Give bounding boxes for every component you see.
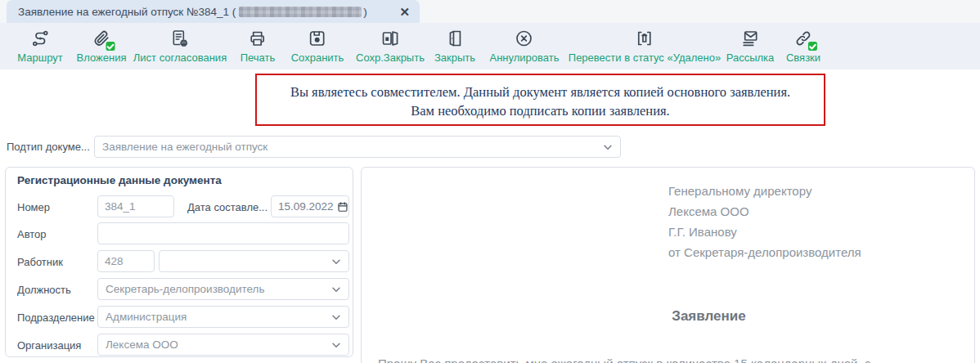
chevron-down-icon (330, 339, 342, 351)
links-button[interactable]: Связки (786, 28, 820, 64)
tab-close-icon[interactable]: ✕ (399, 6, 410, 18)
paperclip-icon (91, 28, 112, 49)
annul-button[interactable]: Аннулировать (490, 28, 560, 64)
toolbar-label: Рассылка (726, 52, 775, 64)
author-input[interactable] (97, 222, 349, 244)
date-value: 15.09.2022 (278, 200, 334, 213)
door-icon (444, 28, 465, 49)
chevron-down-icon (602, 141, 614, 153)
department-label: Подразделение (17, 311, 99, 324)
attachments-button[interactable]: Вложения (77, 28, 127, 64)
chevron-down-icon (330, 284, 342, 295)
route-button[interactable]: Маршрут (17, 28, 62, 64)
author-label: Автор (17, 228, 99, 240)
tab-title-suffix: ) (363, 6, 367, 18)
warning-banner: Вы являетесь совместителем. Данный докум… (255, 74, 825, 126)
toolbar-label: Перевести в статус «Удалено» (569, 52, 721, 64)
position-select[interactable]: Секретарь-делопроизводитель (97, 278, 349, 300)
recipient-block: Генеральному директору Лексема ООО Г.Г. … (668, 181, 861, 262)
save-icon (307, 28, 328, 49)
printer-icon (247, 28, 268, 49)
subtype-label: Подтип докуме... (7, 141, 90, 153)
check-badge-icon (808, 42, 817, 51)
department-value: Администрация (106, 311, 326, 323)
save-close-button[interactable]: Сохр.Закрыть (356, 28, 425, 64)
approval-sheet-button[interactable]: Лист согласования (133, 28, 227, 64)
cancel-circle-icon (514, 28, 535, 49)
document-tab[interactable]: Заявление на ежегодный отпуск №384_1 ( )… (7, 0, 420, 23)
organization-select[interactable]: Лексема ООО (97, 334, 349, 356)
employee-select[interactable] (159, 250, 349, 272)
route-icon (29, 28, 51, 49)
position-label: Должность (17, 284, 99, 296)
check-badge-icon (106, 42, 115, 51)
chevron-down-icon (330, 256, 342, 267)
employee-label: Работник (17, 256, 99, 268)
document-preview-panel: Генеральному директору Лексема ООО Г.Г. … (361, 167, 975, 363)
date-input[interactable]: 15.09.2022 (271, 195, 349, 217)
print-button[interactable]: Печать (241, 28, 276, 64)
document-body-line: Прошу Вас предоставить мне ежегодный отп… (378, 356, 975, 363)
calendar-icon[interactable] (337, 201, 348, 213)
redacted-text (239, 7, 362, 17)
mail-icon (739, 28, 761, 49)
toolbar-label: Печать (241, 52, 276, 64)
trash-brackets-icon (634, 28, 655, 49)
toolbar-label: Сохр.Закрыть (356, 52, 425, 64)
warning-line-1: Вы являетесь совместителем. Данный докум… (257, 83, 824, 101)
registration-panel: Регистрационные данные документа Номер Д… (5, 167, 353, 357)
toolbar-label: Маршрут (17, 52, 62, 64)
employee-code-input[interactable] (97, 250, 155, 272)
number-label: Номер (17, 201, 99, 213)
document-heading: Заявление (362, 308, 974, 325)
subtype-value: Заявление на ежегодный отпуск (102, 141, 597, 153)
date-label: Дата составле... (187, 201, 269, 213)
toolbar: Маршрут Вложения (0, 23, 980, 69)
link-icon (793, 28, 814, 49)
save-button[interactable]: Сохранить (291, 28, 344, 64)
department-select[interactable]: Администрация (97, 306, 349, 328)
position-value: Секретарь-делопроизводитель (106, 283, 326, 295)
save-close-icon (380, 28, 401, 49)
approval-sheet-icon (169, 28, 191, 49)
registration-panel-title: Регистрационные данные документа (17, 174, 222, 186)
organization-label: Организация (17, 339, 99, 352)
toolbar-label: Лист согласования (133, 52, 227, 64)
toolbar-label: Закрыть (434, 52, 475, 64)
move-to-deleted-button[interactable]: Перевести в статус «Удалено» (569, 28, 721, 64)
recipient-line: от Секретаря-делопроизводителя (668, 242, 861, 262)
recipient-line: Г.Г. Иванову (668, 222, 861, 242)
warning-line-2: Вам необходимо подписать копии заявления… (257, 101, 824, 120)
number-input[interactable] (97, 195, 174, 217)
tab-title: Заявление на ежегодный отпуск №384_1 ( (18, 6, 236, 18)
recipient-line: Лексема ООО (668, 201, 861, 222)
toolbar-label: Сохранить (291, 52, 344, 64)
organization-value: Лексема ООО (106, 338, 326, 351)
subtype-select[interactable]: Заявление на ежегодный отпуск (94, 136, 621, 158)
mailing-button[interactable]: Рассылка (726, 28, 775, 64)
app-window: Заявление на ежегодный отпуск №384_1 ( )… (0, 0, 980, 363)
recipient-line: Генеральному директору (668, 181, 861, 201)
tab-bar: Заявление на ежегодный отпуск №384_1 ( )… (0, 0, 980, 23)
toolbar-label: Вложения (77, 52, 127, 64)
toolbar-label: Аннулировать (490, 52, 560, 64)
chevron-down-icon (330, 311, 342, 323)
close-button[interactable]: Закрыть (434, 28, 475, 64)
